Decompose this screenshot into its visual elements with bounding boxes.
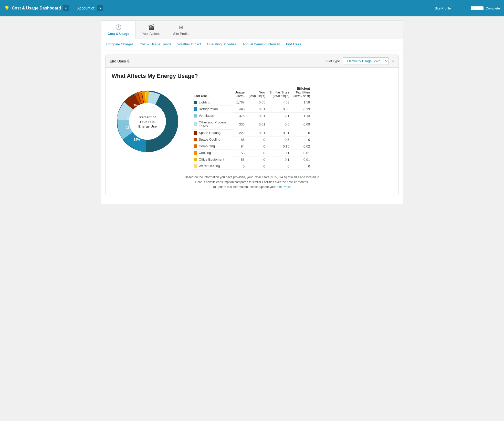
cell-end-use: Space Heating xyxy=(192,130,233,136)
label-7: 7% xyxy=(133,104,138,107)
section-title-text: End Uses xyxy=(110,59,126,63)
footer-line1: Based on the information you have provid… xyxy=(112,175,392,180)
cell-usage-5: 86 xyxy=(233,136,247,143)
cell-end-use: Water Heating xyxy=(192,163,233,170)
cell-you-1: 0.01 xyxy=(247,106,267,112)
cell-end-use: Lighting xyxy=(192,99,233,106)
cell-similar-1: 0.88 xyxy=(267,106,291,112)
swatch-2 xyxy=(194,114,197,118)
tab-your-actions[interactable]: 🎬 Your Actions xyxy=(136,21,167,39)
cell-usage-1: 490 xyxy=(233,106,247,112)
row-label-5: Space Cooling xyxy=(199,138,220,141)
cell-end-use: Other and ProcessLoads xyxy=(192,119,233,130)
table-row: Space Heating 229 0.01 0.01 0 xyxy=(192,130,312,136)
row-label-6: Computing xyxy=(199,144,215,148)
subnav-compare-charges[interactable]: Compare Charges xyxy=(106,42,133,47)
footer-note: Based on the information you have provid… xyxy=(112,175,392,190)
footer-site-profile-link[interactable]: Site Profile xyxy=(277,185,291,189)
end-use-table: End Use Usage (kWh) You (kWh / sq ft) xyxy=(192,86,312,170)
row-label-8: Office Equipment xyxy=(199,157,224,161)
col-header-efficient: Efficient Facilities (kWh / sq ft) xyxy=(291,86,312,99)
table-row: Office Equipment 56 0 0.1 0.01 xyxy=(192,156,312,163)
cell-end-use: Computing xyxy=(192,143,233,150)
tab-site-profile[interactable]: ⊞ Site Profile xyxy=(167,21,196,39)
section-main-title: What Affects My Energy Usage? xyxy=(112,73,392,79)
account-dropdown[interactable]: ▾ xyxy=(97,5,103,11)
swatch-8 xyxy=(194,158,197,161)
table-row: Space Cooling 86 0 0.5 0 xyxy=(192,136,312,143)
progress-bar xyxy=(453,6,484,10)
chart-table-layout: 51% 14% 11% 10% 7% Percent of Your Total… xyxy=(112,86,392,170)
section-header: End Uses Fuel Type Electricity Usage (kW… xyxy=(106,55,398,68)
cell-similar-9: 0 xyxy=(267,163,291,170)
swatch-9 xyxy=(194,164,197,168)
label-10: 10% xyxy=(127,116,133,120)
table-row: Ventilation 375 0.01 2.1 1.13 xyxy=(192,112,312,119)
table-row: Cooking 56 0 0.1 0.01 xyxy=(192,150,312,156)
row-label-2: Ventilation xyxy=(199,114,214,118)
cell-usage-7: 56 xyxy=(233,150,247,156)
site-profile-icon: ⊞ xyxy=(179,24,183,30)
site-profile-label: Site Profile xyxy=(435,6,451,10)
cell-you-7: 0 xyxy=(247,150,267,156)
subnav-weather-impact[interactable]: Weather Impact xyxy=(177,42,201,47)
subnav-operating-schedule[interactable]: Operating Schedule xyxy=(207,42,236,47)
row-label-1: Refrigeration xyxy=(199,107,218,111)
cell-similar-4: 0.01 xyxy=(267,130,291,136)
swatch-4 xyxy=(194,131,197,135)
table-row: Lighting 1,767 0.05 4.63 1.58 xyxy=(192,99,312,106)
progress-bar-fill xyxy=(453,6,471,10)
header: 💡 Cost & Usage Dashboard ▾ Account of: ▾… xyxy=(0,0,504,16)
cell-usage-2: 375 xyxy=(233,112,247,119)
dashboard-title: Cost & Usage Dashboard xyxy=(12,6,61,10)
cell-you-5: 0 xyxy=(247,136,267,143)
cell-efficient-3: 0.09 xyxy=(291,119,312,130)
label-11: 11% xyxy=(126,126,132,129)
swatch-0 xyxy=(194,101,197,104)
cell-end-use: Cooking xyxy=(192,150,233,156)
row-label-9: Water Heating xyxy=(199,164,220,168)
cell-efficient-2: 1.13 xyxy=(291,112,312,119)
account-label: Account of: xyxy=(77,6,95,10)
swatch-3 xyxy=(194,122,197,126)
cell-similar-6: 0.15 xyxy=(267,143,291,150)
cell-usage-3: 336 xyxy=(233,119,247,130)
row-label-4: Space Heating xyxy=(199,131,220,135)
cell-usage-8: 56 xyxy=(233,156,247,163)
tab-cost-usage[interactable]: 🕐 Cost & Usage xyxy=(101,21,136,39)
cell-you-3: 0.01 xyxy=(247,119,267,130)
swatch-7 xyxy=(194,151,197,155)
cell-efficient-5: 0 xyxy=(291,136,312,143)
tab-your-actions-label: Your Actions xyxy=(142,32,161,36)
swatch-1 xyxy=(194,107,197,111)
dashboard-dropdown[interactable]: ▾ xyxy=(63,5,69,11)
fuel-type-label: Fuel Type xyxy=(326,59,340,63)
subnav-cost-usage-trends[interactable]: Cost & Usage Trends xyxy=(140,42,171,47)
hamburger-menu-icon[interactable]: ≡ xyxy=(392,58,394,64)
section-content: What Affects My Energy Usage? xyxy=(106,68,398,195)
cell-efficient-8: 0.01 xyxy=(291,156,312,163)
col-header-you: You (kWh / sq ft) xyxy=(247,86,267,99)
end-uses-section: End Uses Fuel Type Electricity Usage (kW… xyxy=(105,55,399,195)
cell-efficient-1: 0.13 xyxy=(291,106,312,112)
cell-you-8: 0 xyxy=(247,156,267,163)
subnav-annual-demand-intensity[interactable]: Annual Demand Intensity xyxy=(243,42,280,47)
main-container: 🕐 Cost & Usage 🎬 Your Actions ⊞ Site Pro… xyxy=(101,20,403,204)
cell-similar-8: 0.1 xyxy=(267,156,291,163)
col-header-similar-sites: Similar Sites (kWh / sq ft) xyxy=(267,86,291,99)
label-14: 14% xyxy=(134,138,140,141)
cell-efficient-6: 0.02 xyxy=(291,143,312,150)
subnav-end-uses[interactable]: End Uses xyxy=(286,42,301,47)
donut-chart-svg: 51% 14% 11% 10% 7% xyxy=(112,86,183,157)
cell-similar-7: 0.1 xyxy=(267,150,291,156)
your-actions-icon: 🎬 xyxy=(148,24,154,30)
cell-usage-6: 84 xyxy=(233,143,247,150)
cell-similar-2: 2.1 xyxy=(267,112,291,119)
table-row: Computing 84 0 0.15 0.02 xyxy=(192,143,312,150)
cell-you-4: 0.01 xyxy=(247,130,267,136)
fuel-type-dropdown[interactable]: Electricity Usage (kWh) xyxy=(343,57,388,65)
tab-site-profile-label: Site Profile xyxy=(173,32,189,36)
swatch-5 xyxy=(194,138,197,141)
cost-usage-icon: 🕐 xyxy=(115,24,122,30)
cell-similar-3: 0.6 xyxy=(267,119,291,130)
